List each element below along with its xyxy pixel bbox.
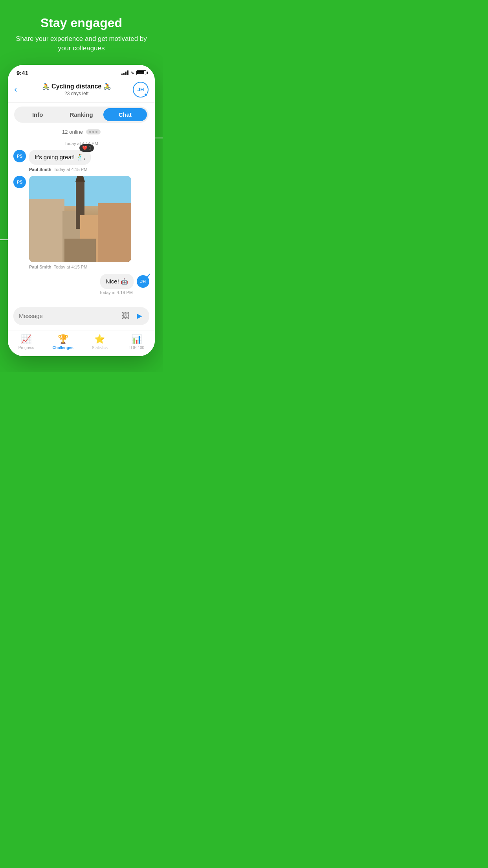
reaction-badge[interactable]: ❤️ 1 [79,144,94,152]
message-time-3: Today at 4:19 PM [99,290,133,295]
message-bubble-3: Nice! 🤖 [100,274,134,289]
message-time-2: Today at 4:15 PM [54,265,88,269]
wifi-icon: ∿ [130,70,134,75]
nav-item-progress[interactable]: 📈 Progress [8,334,45,350]
chat-area: Today at 4:14 PM PS It's going great! 🕺,… [8,139,155,303]
phone-frame: 9:41 ∿ ‹ 🚴 Cycling distance 🚴 23 days le… [8,65,155,356]
statistics-icon: ⭐ [94,334,105,344]
city-photo [29,176,131,262]
own-avatar: JH ✓ [137,275,149,288]
avatar-initials: JH [138,86,144,92]
challenge-name: 🚴 Cycling distance 🚴 [20,83,133,90]
message-row-3: Nice! 🤖 JH ✓ Today at 4:19 PM [13,274,149,295]
nav-label-top100: TOP 100 [128,346,144,350]
nav-item-statistics[interactable]: ⭐ Statistics [81,334,118,350]
signal-icon [121,70,128,75]
message-row-1: PS It's going great! 🕺, ❤️ 1 [13,150,149,165]
message-meta-1: Paul Smith Today at 4:15 PM [29,167,149,172]
message-text-3: Nice! 🤖 [106,278,128,285]
online-bar: 12 online [8,127,155,139]
back-button[interactable]: ‹ [14,83,20,96]
header-section: Stay engaged Share your experience and g… [8,16,155,53]
message-time-1: Today at 4:15 PM [54,167,88,172]
message-bubble-1: It's going great! 🕺, ❤️ 1 [29,150,91,165]
battery-icon [136,70,146,75]
sender-avatar-ps-2: PS [13,176,26,188]
challenge-title: 🚴 Cycling distance 🚴 23 days left [20,83,133,96]
tab-ranking[interactable]: Ranking [59,108,103,121]
nav-item-challenges[interactable]: 🏆 Challenges [45,334,82,350]
reaction-count: 1 [89,145,91,150]
message-author-1: Paul Smith [29,167,51,172]
message-text-1: It's going great! 🕺, [35,154,85,160]
app-header: ‹ 🚴 Cycling distance 🚴 23 days left JH [8,79,155,103]
message-row-2: PS [13,176,149,262]
sender-avatar-ps: PS [13,150,26,162]
street [64,239,96,262]
nav-label-challenges: Challenges [53,346,73,350]
bottom-nav: 📈 Progress 🏆 Challenges ⭐ Statistics 📊 T… [8,331,155,356]
online-count: 12 online [62,129,83,135]
page-title: Stay engaged [12,16,151,30]
message-input[interactable] [19,313,118,319]
top100-icon: 📊 [131,334,142,344]
nav-label-progress: Progress [18,346,34,350]
send-button[interactable]: ► [135,311,144,321]
tab-bar: Info Ranking Chat [14,107,149,123]
tab-chat[interactable]: Chat [103,108,147,121]
tab-info[interactable]: Info [16,108,59,121]
user-avatar-button[interactable]: JH [133,82,149,97]
image-attach-icon[interactable]: 🖼 [122,311,130,320]
message-input-wrapper: 🖼 ► [13,307,149,325]
typing-indicator [86,129,101,134]
own-avatar-initials: JH [140,279,146,284]
message-author-2: Paul Smith [29,265,51,269]
check-icon: ✓ [146,272,151,280]
message-right-row: Nice! 🤖 JH ✓ [100,274,149,289]
progress-icon: 📈 [21,334,31,344]
building-left [29,199,64,262]
message-meta-2: Paul Smith Today at 4:15 PM [29,265,149,269]
building-right [98,203,131,262]
challenges-icon: 🏆 [58,334,68,344]
status-time: 9:41 [17,70,28,76]
days-left: 23 days left [20,91,133,96]
reaction-icon: ❤️ [82,145,88,151]
page-subtitle: Share your experience and get motivated … [12,34,151,53]
message-image[interactable] [29,176,131,262]
nav-label-statistics: Statistics [92,346,108,350]
status-bar: 9:41 ∿ [8,65,155,79]
status-icons: ∿ [121,70,146,75]
avatar-online-dot [144,93,148,97]
nav-item-top100[interactable]: 📊 TOP 100 [118,334,155,350]
message-input-area: 🖼 ► [8,303,155,331]
